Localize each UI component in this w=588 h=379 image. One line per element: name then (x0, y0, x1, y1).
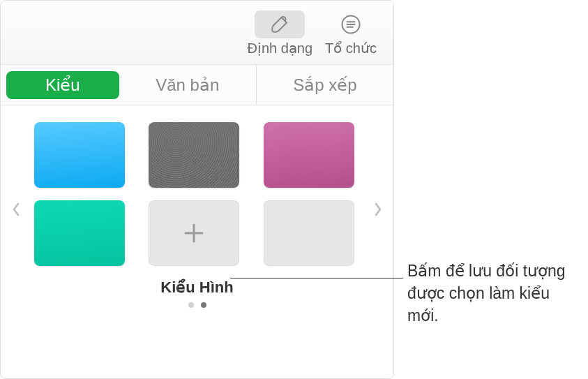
chevron-right-icon (373, 202, 383, 217)
next-page-button[interactable] (368, 188, 388, 230)
list-icon (326, 10, 376, 38)
brush-icon (255, 10, 305, 38)
tab-text[interactable]: Văn bản (119, 65, 256, 105)
style-swatch-gray[interactable] (149, 122, 239, 188)
tab-arrange-label: Sắp xếp (293, 75, 356, 95)
callout-text: Bấm để lưu đối tượng được chọn làm kiểu … (407, 260, 582, 327)
tab-style[interactable]: Kiểu (1, 65, 119, 105)
add-style-button[interactable] (149, 200, 239, 266)
page-dots (34, 302, 360, 308)
chevron-left-icon (11, 202, 21, 217)
format-button[interactable]: Định dạng (243, 8, 317, 59)
plus-icon (180, 219, 208, 247)
style-carousel: Kiểu Hình (1, 105, 393, 313)
organize-label: Tổ chức (325, 40, 377, 57)
tab-bar: Kiểu Văn bản Sắp xếp (1, 65, 393, 105)
page-dot-1[interactable] (188, 302, 194, 308)
style-grid (34, 122, 360, 266)
style-swatch-pink[interactable] (264, 122, 354, 188)
tab-arrange[interactable]: Sắp xếp (256, 65, 393, 105)
format-panel: Định dạng Tổ chức Kiểu Văn bản Sắp xếp (0, 0, 394, 379)
style-swatch-teal[interactable] (34, 200, 125, 266)
toolbar: Định dạng Tổ chức (1, 1, 393, 65)
callout-leader-line (230, 278, 403, 278)
style-swatch-empty (264, 200, 354, 266)
prev-page-button[interactable] (6, 188, 26, 230)
tab-style-label: Kiểu (6, 71, 119, 99)
format-label: Định dạng (247, 40, 312, 57)
tab-text-label: Văn bản (156, 75, 219, 95)
style-swatch-blue[interactable] (34, 122, 125, 188)
organize-button[interactable]: Tổ chức (321, 8, 381, 59)
page-dot-2[interactable] (201, 302, 206, 308)
style-caption: Kiểu Hình (34, 278, 360, 297)
